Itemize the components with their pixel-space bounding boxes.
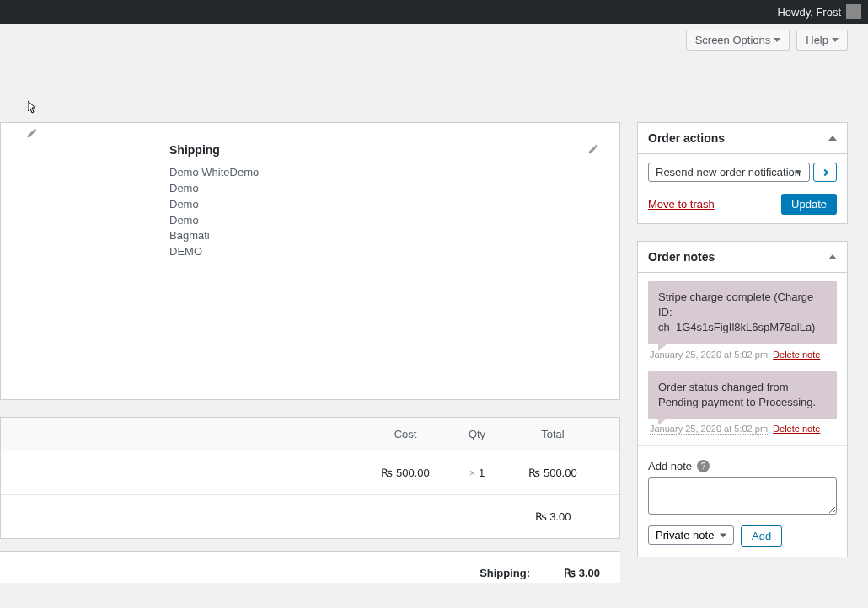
- avatar[interactable]: [846, 4, 861, 19]
- chevron-down-icon: [774, 38, 780, 42]
- help-label: Help: [806, 34, 828, 46]
- admin-bar: Howdy, Frost: [0, 0, 868, 24]
- totals-label: Shipping:: [480, 567, 530, 579]
- panel-header[interactable]: Order actions: [638, 123, 847, 154]
- item-total: ₨ 500.00: [506, 467, 599, 479]
- add-note-section: Add note ? Private note Add: [638, 445, 847, 557]
- order-note: Order status changed from Pending paymen…: [648, 371, 837, 419]
- delete-note-link[interactable]: Delete note: [773, 349, 820, 360]
- address-line: Demo: [169, 213, 599, 229]
- panel-title: Order actions: [648, 131, 725, 145]
- cursor-icon: [28, 101, 38, 115]
- note-text: Order status changed from Pending paymen…: [658, 381, 816, 408]
- shipping-row: ₨ 3.00: [1, 495, 619, 538]
- run-action-button[interactable]: [813, 163, 837, 182]
- note-text: Stripe charge complete (Charge ID: ch_1G…: [658, 291, 815, 333]
- update-button[interactable]: Update: [781, 194, 837, 215]
- move-to-trash-link[interactable]: Move to trash: [648, 198, 715, 211]
- note-textarea[interactable]: [648, 477, 837, 515]
- screen-options-button[interactable]: Screen Options: [686, 30, 790, 51]
- chevron-down-icon: [832, 38, 839, 42]
- add-note-label: Add note: [648, 460, 692, 472]
- order-notes-panel: Order notes Stripe charge complete (Char…: [637, 241, 848, 557]
- top-options: Screen Options Help: [0, 24, 868, 51]
- note-meta: January 25, 2020 at 5:02 pm Delete note: [648, 349, 837, 360]
- address-line: Bagmati: [169, 228, 599, 244]
- note-meta: January 25, 2020 at 5:02 pm Delete note: [648, 424, 837, 434]
- screen-options-label: Screen Options: [695, 34, 771, 46]
- add-note-button[interactable]: Add: [741, 525, 782, 547]
- shipping-address: Demo WhiteDemo Demo Demo Demo Bagmati DE…: [169, 165, 599, 260]
- order-note: Stripe charge complete (Charge ID: ch_1G…: [648, 281, 837, 344]
- note-type-select[interactable]: Private note: [648, 525, 734, 545]
- panel-title: Order notes: [648, 250, 715, 264]
- order-action-select[interactable]: Resend new order notification: [648, 163, 810, 182]
- order-totals: Shipping: ₨ 3.00: [0, 551, 620, 583]
- panel-header[interactable]: Order notes: [638, 242, 847, 273]
- note-timestamp: January 25, 2020 at 5:02 pm: [650, 349, 768, 360]
- note-timestamp: January 25, 2020 at 5:02 pm: [650, 424, 768, 435]
- item-cost: ₨ 500.00: [363, 467, 447, 479]
- address-line: Demo: [169, 197, 599, 213]
- shipping-row-total: ₨ 3.00: [506, 510, 599, 523]
- shipping-panel: Shipping Demo WhiteDemo Demo Demo Demo B…: [0, 122, 620, 400]
- address-line: Demo WhiteDemo: [169, 165, 599, 181]
- delete-note-link[interactable]: Delete note: [773, 424, 820, 434]
- collapse-icon[interactable]: [828, 254, 837, 259]
- col-cost-header: Cost: [363, 428, 447, 440]
- address-line: Demo: [169, 181, 599, 197]
- pencil-icon[interactable]: [26, 127, 38, 141]
- pencil-icon[interactable]: [587, 143, 599, 157]
- item-qty: × 1: [447, 467, 506, 479]
- greeting-text[interactable]: Howdy, Frost: [777, 6, 841, 19]
- table-header: Cost Qty Total: [1, 418, 619, 451]
- address-line: DEMO: [169, 244, 599, 260]
- chevron-right-icon: [822, 168, 828, 175]
- order-items-table: Cost Qty Total ₨ 500.00 × 1 ₨ 500.00 ₨ 3…: [0, 417, 620, 539]
- totals-value: ₨ 3.00: [564, 567, 600, 579]
- order-actions-panel: Order actions Resend new order notificat…: [637, 122, 848, 224]
- col-qty-header: Qty: [447, 428, 506, 440]
- help-button[interactable]: Help: [796, 30, 848, 51]
- help-icon[interactable]: ?: [697, 460, 710, 472]
- collapse-icon[interactable]: [828, 136, 837, 141]
- shipping-heading: Shipping: [169, 143, 599, 157]
- table-row: ₨ 500.00 × 1 ₨ 500.00: [1, 451, 619, 495]
- col-total-header: Total: [506, 428, 599, 440]
